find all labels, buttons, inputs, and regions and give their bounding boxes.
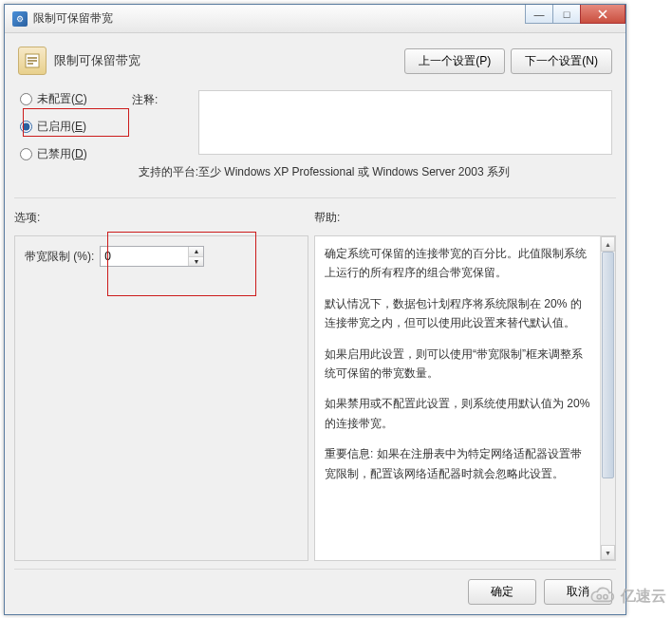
bandwidth-limit-input[interactable] [101, 247, 188, 266]
radio-enabled[interactable]: 已启用(E) [18, 118, 132, 136]
ok-button[interactable]: 确定 [468, 579, 536, 605]
policy-icon [18, 47, 47, 75]
comment-label: 注释: [132, 90, 198, 155]
help-p3: 如果启用此设置，则可以使用“带宽限制”框来调整系统可保留的带宽数量。 [325, 345, 590, 384]
dialog-content: 限制可保留带宽 上一个设置(P) 下一个设置(N) 未配置(C) 已启用(E) … [5, 33, 625, 614]
scroll-up-button[interactable]: ▲ [601, 236, 615, 252]
close-button[interactable] [580, 5, 625, 24]
radio-enabled-input[interactable] [20, 121, 32, 133]
policy-title: 限制可保留带宽 [54, 52, 397, 69]
dialog-window: ⚙ 限制可保留带宽 — □ 限制可保留带宽 上一个设置(P) 下一个设置(N) [4, 4, 626, 615]
radio-disabled[interactable]: 已禁用(D) [18, 145, 132, 163]
options-column: 选项: 带宽限制 (%): ▲ ▼ [14, 210, 308, 561]
scroll-thumb[interactable] [602, 252, 614, 478]
help-label: 帮助: [314, 210, 616, 226]
top-grid: 未配置(C) 已启用(E) 已禁用(D) 注释: 支持的平台: 至少 Windo… [14, 83, 616, 186]
header-row: 限制可保留带宽 上一个设置(P) 下一个设置(N) [14, 39, 616, 83]
window-controls: — □ [525, 5, 625, 24]
help-p4: 如果禁用或不配置此设置，则系统使用默认值为 20% 的连接带宽。 [325, 394, 590, 433]
help-scrollbar[interactable]: ▲ ▼ [600, 236, 615, 560]
close-icon [598, 9, 607, 19]
bandwidth-limit-row: 带宽限制 (%): ▲ ▼ [25, 246, 298, 267]
minimize-button[interactable]: — [525, 5, 553, 24]
radio-not-configured[interactable]: 未配置(C) [18, 90, 132, 108]
dialog-footer: 确定 取消 [14, 569, 616, 614]
nav-buttons: 上一个设置(P) 下一个设置(N) [404, 48, 612, 74]
app-icon: ⚙ [12, 11, 28, 27]
state-radio-group: 未配置(C) 已启用(E) 已禁用(D) [18, 90, 132, 182]
spinner-down-button[interactable]: ▼ [189, 257, 203, 267]
spinner-up-button[interactable]: ▲ [189, 247, 203, 257]
bandwidth-limit-spinner[interactable]: ▲ ▼ [100, 246, 204, 267]
radio-not-configured-input[interactable] [20, 93, 32, 105]
maximize-button[interactable]: □ [552, 5, 581, 24]
window-title: 限制可保留带宽 [33, 10, 113, 27]
watermark-text: 亿速云 [621, 587, 666, 607]
platform-label: 支持的平台: [132, 162, 198, 182]
help-p2: 默认情况下，数据包计划程序将系统限制在 20% 的连接带宽之内，但可以使用此设置… [325, 294, 590, 333]
help-column: 帮助: 确定系统可保留的连接带宽的百分比。此值限制系统上运行的所有程序的组合带宽… [314, 210, 616, 561]
help-panel: 确定系统可保留的连接带宽的百分比。此值限制系统上运行的所有程序的组合带宽保留。 … [314, 235, 616, 561]
cancel-button[interactable]: 取消 [544, 579, 612, 605]
scroll-down-button[interactable]: ▼ [601, 545, 615, 560]
options-panel: 带宽限制 (%): ▲ ▼ [14, 235, 308, 561]
titlebar[interactable]: ⚙ 限制可保留带宽 — □ [5, 5, 625, 33]
bandwidth-limit-label: 带宽限制 (%): [25, 249, 94, 265]
prev-setting-button[interactable]: 上一个设置(P) [404, 48, 505, 74]
help-p5: 重要信息: 如果在注册表中为特定网络适配器设置带宽限制，配置该网络适配器时就会忽… [325, 444, 590, 483]
next-setting-button[interactable]: 下一个设置(N) [511, 48, 612, 74]
radio-disabled-input[interactable] [20, 148, 32, 160]
lower-split: 选项: 带宽限制 (%): ▲ ▼ 帮助: [14, 197, 616, 561]
spinner-buttons: ▲ ▼ [188, 247, 203, 266]
options-label: 选项: [14, 210, 308, 226]
platform-value: 至少 Windows XP Professional 或 Windows Ser… [198, 162, 612, 182]
comment-textarea[interactable] [198, 90, 612, 155]
help-p1: 确定系统可保留的连接带宽的百分比。此值限制系统上运行的所有程序的组合带宽保留。 [325, 244, 590, 283]
help-text: 确定系统可保留的连接带宽的百分比。此值限制系统上运行的所有程序的组合带宽保留。 … [315, 236, 600, 560]
